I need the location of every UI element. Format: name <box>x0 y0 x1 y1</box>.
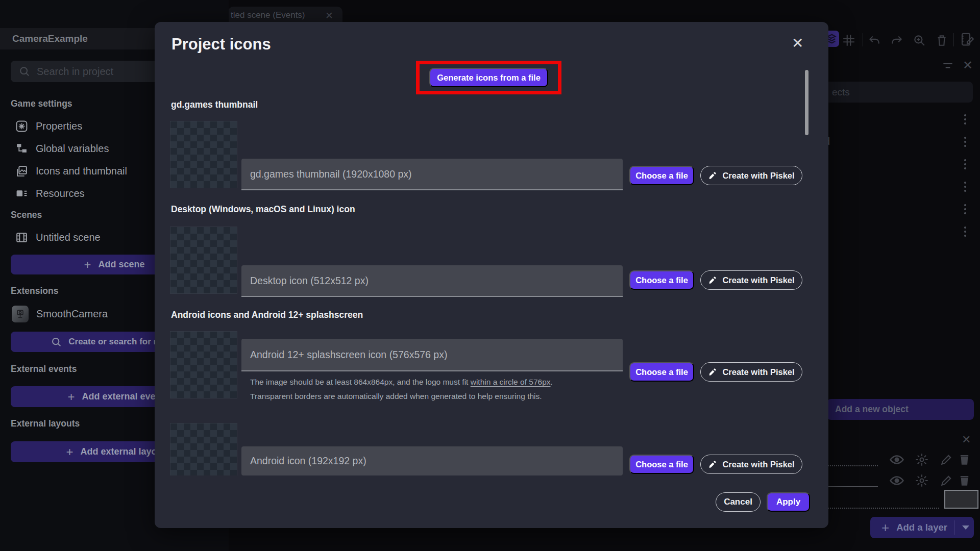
grid-icon <box>842 34 855 47</box>
filter-button[interactable] <box>941 60 954 73</box>
grid-tool-button[interactable] <box>842 34 855 49</box>
apply-button[interactable]: Apply <box>767 492 810 512</box>
layer-delete-icon[interactable] <box>958 453 971 468</box>
search-icon <box>51 337 62 347</box>
create-with-piskel-button[interactable]: Create with Piskel <box>700 270 802 290</box>
project-icons-dialog: Project icons ✕ Generate icons from a fi… <box>155 22 828 528</box>
filter-icon <box>941 60 954 71</box>
chevron-down-icon[interactable] <box>962 525 969 530</box>
section-label-desktop: Desktop (Windows, macOS and Linux) icon <box>171 204 355 215</box>
brush-icon <box>708 171 717 180</box>
layer-edit-icon[interactable] <box>939 453 953 468</box>
layer-name-underline <box>828 465 878 466</box>
layer-visibility-icon[interactable] <box>889 453 904 468</box>
hierarchy-icon <box>15 142 28 155</box>
section-external-layouts: External layouts <box>11 418 80 430</box>
toolbar-separator <box>953 33 954 46</box>
toolbar-separator <box>863 33 863 46</box>
brush-icon <box>708 460 717 469</box>
gdgames-thumbnail-field[interactable]: gd.games thumbnail (980x551 px) <box>241 159 623 190</box>
desktop-icon-field[interactable]: Desktop icon (512x512 px) <box>241 265 623 297</box>
android-icon-preview <box>170 423 237 475</box>
delete-button[interactable] <box>935 34 948 49</box>
desktop-icon-preview <box>170 227 237 293</box>
layer-edit-icon[interactable] <box>939 474 953 489</box>
tab-label: tled scene (Events) <box>231 10 305 20</box>
sidebar-item-resources[interactable]: Resources <box>15 186 85 201</box>
section-label-gdgames: gd.games thumbnail <box>171 99 258 110</box>
gdgames-thumbnail-preview <box>170 121 237 188</box>
android-splash-field[interactable]: Android 12+ splashscreen icon (576x576 p… <box>241 339 623 371</box>
plus-icon: + <box>881 520 889 536</box>
choose-file-button[interactable]: Choose a file <box>629 270 694 290</box>
pictures-icon <box>15 165 28 178</box>
layer-effects-icon[interactable] <box>915 453 929 469</box>
section-label-android: Android icons and Android 12+ splashscre… <box>171 310 363 320</box>
layer-thumbnail-box[interactable] <box>944 490 978 509</box>
resources-icon <box>15 187 28 200</box>
section-external-events: External events <box>11 364 77 375</box>
objects-search-fragment: ects <box>832 87 850 98</box>
helper-link: within a circle of 576px <box>471 378 551 386</box>
sidebar-item-icons-and-thumbnail[interactable]: Icons and thumbnail <box>15 163 127 179</box>
plus-icon: + <box>84 258 91 272</box>
sidebar-item-smoothcamera[interactable]: SmoothCamera <box>12 306 108 321</box>
add-new-object-button[interactable]: Add a new object <box>827 399 974 420</box>
zoom-in-icon <box>913 34 926 47</box>
object-row-menu-icon[interactable] <box>964 137 966 147</box>
undo-icon <box>868 34 881 47</box>
add-layer-button[interactable]: + Add a layer <box>870 517 974 538</box>
object-row-menu-icon[interactable] <box>964 204 966 214</box>
undo-button[interactable] <box>868 34 881 49</box>
android-splash-helper-line2: Transparent borders are automatically ad… <box>250 392 542 401</box>
layers-divider <box>828 508 939 509</box>
sidebar-item-untitled-scene[interactable]: Untitled scene <box>15 230 101 245</box>
generate-icons-button[interactable]: Generate icons from a file <box>429 68 548 87</box>
project-title: CameraExample <box>12 33 88 44</box>
layer-name-underline <box>828 486 878 487</box>
create-with-piskel-button[interactable]: Create with Piskel <box>700 362 802 382</box>
create-with-piskel-button[interactable]: Create with Piskel <box>700 166 802 185</box>
redo-icon <box>890 34 903 47</box>
layer-effects-icon[interactable] <box>915 473 929 490</box>
choose-file-button[interactable]: Choose a file <box>629 362 694 382</box>
edit-scene-button[interactable] <box>960 32 975 49</box>
object-row-menu-icon[interactable] <box>964 182 966 192</box>
smoothcamera-icon <box>12 306 29 322</box>
object-row-menu-icon[interactable] <box>964 159 966 169</box>
cancel-button[interactable]: Cancel <box>716 492 761 512</box>
button-separator <box>954 520 955 535</box>
tab-close-icon[interactable]: ✕ <box>325 10 333 21</box>
object-row-menu-icon[interactable] <box>964 227 966 237</box>
layer-visibility-icon[interactable] <box>889 474 904 489</box>
plus-icon: + <box>67 390 75 404</box>
notebook-edit-icon <box>960 32 975 47</box>
android-icon-field[interactable]: Android icon (192x192 px) <box>241 446 623 475</box>
sidebar-item-global-variables[interactable]: Global variables <box>15 141 109 156</box>
plus-icon: + <box>66 445 73 459</box>
layer-delete-icon[interactable] <box>958 473 971 489</box>
sidebar-item-properties[interactable]: Properties <box>15 118 82 134</box>
objects-panel-close-icon[interactable]: ✕ <box>963 58 973 72</box>
gear-icon <box>15 120 28 133</box>
create-with-piskel-button[interactable]: Create with Piskel <box>700 455 802 474</box>
tab-scene-events[interactable]: tled scene (Events) ✕ <box>228 7 342 24</box>
objects-search-input[interactable]: ects <box>816 82 973 103</box>
search-placeholder: Search in project <box>37 66 113 78</box>
filmstrip-icon <box>15 231 28 244</box>
brush-icon <box>708 368 717 377</box>
zoom-in-button[interactable] <box>913 34 926 49</box>
object-row-menu-icon[interactable] <box>964 114 966 124</box>
android-splash-preview <box>170 332 237 398</box>
section-extensions: Extensions <box>11 286 58 297</box>
redo-button[interactable] <box>890 34 903 49</box>
section-scenes: Scenes <box>11 210 42 221</box>
choose-file-button[interactable]: Choose a file <box>629 166 694 185</box>
choose-file-button[interactable]: Choose a file <box>629 455 694 474</box>
search-icon <box>19 66 30 77</box>
dialog-scroll-area: Generate icons from a file gd.games thum… <box>155 22 828 475</box>
gdevelop-window: tled scene (Events) ✕ ✕ ects l d Add a <box>0 0 980 551</box>
android-splash-helper-line1: The image should be at least 864x864px, … <box>250 378 553 387</box>
layers-panel-close-icon[interactable]: ✕ <box>962 433 971 446</box>
brush-icon <box>708 276 717 285</box>
